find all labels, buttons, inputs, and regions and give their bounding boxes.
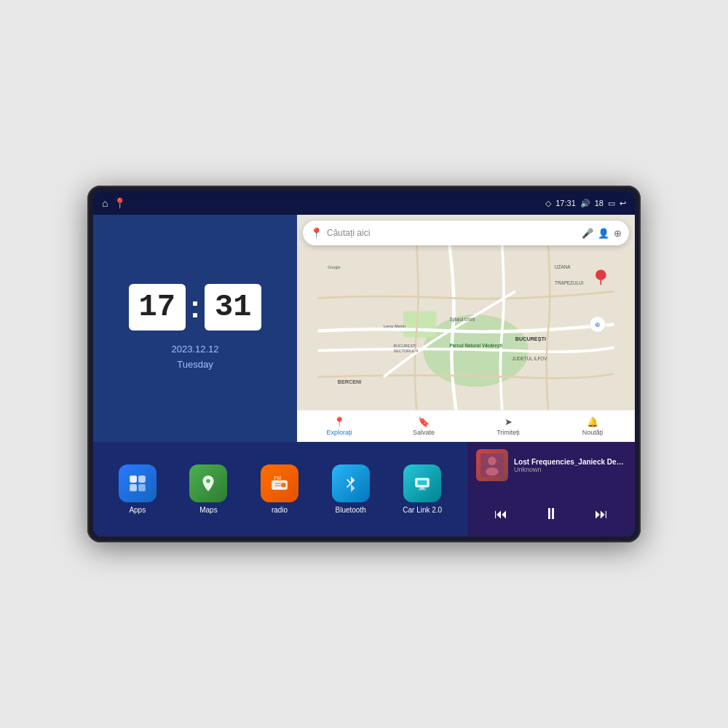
app-item-radio[interactable]: FM radio [261, 464, 298, 514]
svg-point-36 [486, 467, 498, 476]
svg-rect-32 [420, 487, 425, 488]
svg-text:Parcul Natural Văcărești: Parcul Natural Văcărești [449, 343, 502, 349]
apps-label: Apps [129, 506, 146, 514]
clock-widget: 17 : 31 2023.12.12 Tuesday [93, 215, 297, 442]
home-icon[interactable]: ⌂ [102, 197, 108, 209]
maps-icon [189, 464, 227, 502]
device-screen: ⌂ 📍 ◇ 17:31 🔊 18 ▭ ↩ 17 : [93, 191, 635, 537]
maps-label: Maps [199, 506, 217, 514]
svg-line-29 [347, 483, 350, 487]
car-head-unit: ⌂ 📍 ◇ 17:31 🔊 18 ▭ ↩ 17 : [87, 186, 641, 542]
music-text: Lost Frequencies_Janieck Devy-... Unknow… [514, 458, 626, 473]
status-left: ⌂ 📍 [102, 197, 126, 209]
map-nav-news[interactable]: 🔔 Noutăți [550, 411, 635, 442]
top-section: 17 : 31 2023.12.12 Tuesday 📍 Căutați aic… [93, 215, 635, 442]
svg-text:UZANA: UZANA [555, 264, 571, 269]
music-title: Lost Frequencies_Janieck Devy-... [514, 458, 626, 466]
svg-rect-33 [419, 489, 427, 491]
svg-rect-21 [138, 484, 146, 491]
svg-text:BUCUREȘTI: BUCUREȘTI [394, 344, 416, 348]
status-right: ◇ 17:31 🔊 18 ▭ ↩ [545, 199, 626, 208]
saved-label: Salvate [413, 429, 435, 436]
svg-text:SECTORUL 4: SECTORUL 4 [394, 349, 419, 353]
battery-level: 18 [595, 199, 604, 207]
radio-label: radio [272, 506, 288, 514]
signal-icon: ◇ [545, 199, 551, 208]
back-icon[interactable]: ↩ [620, 199, 626, 208]
explore-label: Explorați [326, 429, 352, 436]
carlink-icon [403, 464, 441, 502]
saved-icon: 🔖 [418, 416, 430, 427]
explore-icon: 📍 [333, 416, 345, 427]
maps-shortcut-icon[interactable]: 📍 [114, 197, 126, 209]
map-search-bar[interactable]: 📍 Căutați aici 🎤 👤 ⊕ [303, 221, 629, 245]
svg-text:Leroy Merlin: Leroy Merlin [384, 324, 405, 328]
svg-text:TRAPEZULUI: TRAPEZULUI [555, 280, 584, 285]
app-item-carlink[interactable]: Car Link 2.0 [403, 464, 442, 514]
time-display: 17:31 [555, 199, 576, 207]
map-nav-send[interactable]: ➤ Trimiteți [466, 411, 550, 442]
svg-rect-31 [418, 480, 427, 486]
svg-text:BERCENI: BERCENI [338, 379, 362, 385]
music-play-button[interactable]: ⏸ [536, 502, 566, 526]
map-container: BERCENI BUCUREȘTI JUDEȚUL ILFOV TRAPEZUL… [297, 245, 635, 410]
map-pin-icon: 📍 [310, 227, 323, 239]
music-artist: Unknown [514, 466, 626, 473]
map-widget[interactable]: 📍 Căutați aici 🎤 👤 ⊕ [297, 215, 635, 442]
svg-point-22 [207, 479, 210, 483]
clock-hours: 17 [129, 284, 186, 331]
app-item-bluetooth[interactable]: Bluetooth [332, 464, 370, 514]
day-text: Tuesday [171, 357, 218, 373]
date-text: 2023.12.12 [171, 342, 218, 357]
clock-colon: : [190, 290, 200, 325]
music-info: Lost Frequencies_Janieck Devy-... Unknow… [476, 449, 626, 481]
app-item-apps[interactable]: Apps [119, 464, 157, 514]
main-content: 17 : 31 2023.12.12 Tuesday 📍 Căutați aic… [93, 215, 635, 537]
music-next-button[interactable]: ⏭ [587, 504, 615, 525]
svg-rect-19 [138, 475, 146, 483]
music-widget: Lost Frequencies_Janieck Devy-... Unknow… [467, 442, 635, 537]
map-bottom-nav: 📍 Explorați 🔖 Salvate ➤ Trimiteți 🔔 [297, 410, 635, 442]
clock-date: 2023.12.12 Tuesday [171, 342, 218, 373]
svg-point-35 [488, 456, 496, 465]
bluetooth-label: Bluetooth [335, 506, 365, 514]
music-prev-button[interactable]: ⏮ [487, 504, 515, 525]
map-nav-explore[interactable]: 📍 Explorați [297, 411, 381, 442]
music-thumbnail [476, 449, 508, 481]
carlink-label: Car Link 2.0 [403, 506, 442, 514]
send-icon: ➤ [505, 416, 513, 427]
news-label: Noutăți [582, 429, 604, 436]
map-nav-saved[interactable]: 🔖 Salvate [381, 411, 466, 442]
layers-icon[interactable]: ⊕ [614, 228, 622, 239]
battery-icon: ▭ [608, 199, 615, 208]
clock-display: 17 : 31 [129, 284, 262, 331]
clock-minutes: 31 [205, 284, 261, 331]
map-search-actions: 🎤 👤 ⊕ [582, 228, 622, 239]
app-item-maps[interactable]: Maps [189, 464, 227, 514]
send-label: Trimiteți [496, 429, 520, 436]
status-bar: ⌂ 📍 ◇ 17:31 🔊 18 ▭ ↩ [93, 191, 635, 215]
radio-icon: FM [261, 464, 298, 502]
account-icon[interactable]: 👤 [598, 228, 609, 239]
svg-text:JUDEȚUL ILFOV: JUDEȚUL ILFOV [512, 356, 547, 362]
bluetooth-icon [332, 464, 370, 502]
apps-icon [119, 464, 157, 502]
svg-rect-20 [130, 484, 137, 491]
svg-text:Splaiul Unirii: Splaiul Unirii [449, 317, 475, 323]
music-controls: ⏮ ⏸ ⏭ [476, 499, 626, 529]
svg-line-28 [347, 480, 350, 483]
svg-text:⊕: ⊕ [595, 321, 601, 328]
volume-icon: 🔊 [580, 199, 590, 208]
svg-text:Google: Google [328, 265, 340, 269]
svg-text:FM: FM [274, 475, 280, 480]
svg-rect-2 [403, 311, 436, 337]
apps-bar: Apps Maps [93, 442, 467, 537]
svg-point-14 [596, 269, 606, 280]
svg-rect-18 [130, 475, 137, 483]
map-search-placeholder[interactable]: Căutați aici [327, 228, 577, 238]
svg-text:BUCUREȘTI: BUCUREȘTI [515, 336, 546, 342]
voice-search-icon[interactable]: 🎤 [582, 228, 593, 239]
bottom-section: Apps Maps [93, 442, 635, 537]
news-icon: 🔔 [587, 416, 598, 427]
svg-point-24 [281, 483, 286, 488]
